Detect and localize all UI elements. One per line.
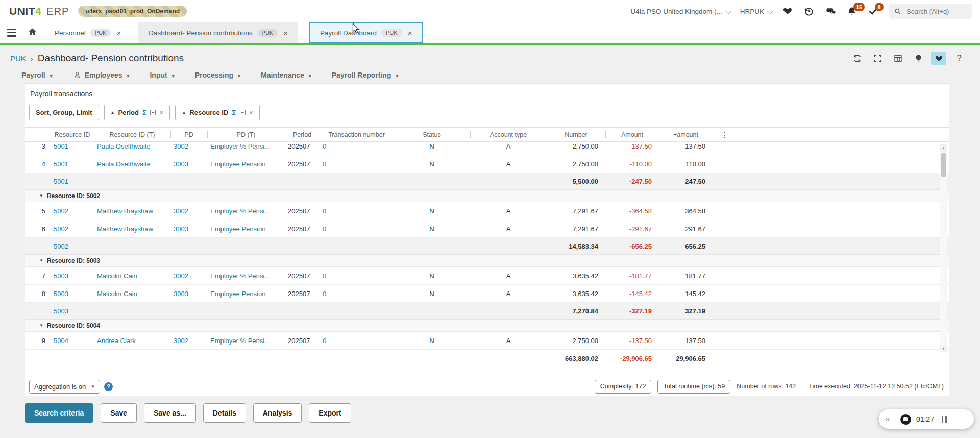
- cell-pd-t[interactable]: Employer % Pensi...: [207, 337, 285, 345]
- cell-transaction-number[interactable]: 0: [320, 160, 394, 168]
- close-icon[interactable]: ×: [408, 29, 412, 37]
- refresh-icon[interactable]: [849, 52, 865, 65]
- column-header-transaction-number[interactable]: Transaction number: [320, 128, 394, 141]
- column-header-period[interactable]: Period: [285, 128, 320, 141]
- column-header-amount[interactable]: Amount: [605, 128, 659, 141]
- cell-transaction-number[interactable]: 0: [320, 225, 394, 233]
- analysis-button[interactable]: Analysis: [253, 403, 302, 423]
- cell-transaction-number[interactable]: 0: [320, 290, 394, 298]
- menu-payroll[interactable]: Payroll▼: [21, 71, 54, 79]
- cell-resource-name[interactable]: Paula Oselthwaite: [94, 142, 170, 150]
- close-icon[interactable]: ×: [116, 29, 121, 37]
- cell-pd[interactable]: 3002: [170, 337, 207, 345]
- cell-resource-id[interactable]: 5003: [51, 272, 94, 280]
- fullscreen-icon[interactable]: [870, 52, 885, 65]
- sort-group-limit-button[interactable]: Sort, Group, Limit: [29, 105, 99, 120]
- group-row[interactable]: ▼Resource ID: 5002: [25, 190, 949, 202]
- search-input[interactable]: [905, 7, 967, 16]
- cell-pd[interactable]: 3002: [170, 142, 207, 150]
- close-icon[interactable]: ×: [249, 109, 253, 117]
- collapse-group-icon[interactable]: −: [240, 110, 246, 115]
- cell-pd[interactable]: 3002: [170, 272, 207, 280]
- cell-pd-t[interactable]: Employer % Pensi...: [207, 207, 285, 215]
- column-header-account-type[interactable]: Account type: [470, 128, 547, 141]
- pause-recording-button[interactable]: [942, 416, 947, 423]
- cell-transaction-number[interactable]: 0: [320, 207, 394, 215]
- menu-processing[interactable]: Processing▼: [195, 71, 241, 79]
- global-search[interactable]: [889, 4, 972, 19]
- tasks-check-icon[interactable]: 8: [868, 6, 879, 17]
- cell-pd-t[interactable]: Employer % Pensi...: [207, 142, 285, 150]
- menu-maintenance[interactable]: Maintenance▼: [261, 71, 312, 79]
- cell-pd[interactable]: 3003: [170, 225, 207, 233]
- vertical-scrollbar[interactable]: ▲ ▼: [940, 144, 947, 352]
- column-header-status[interactable]: Status: [394, 128, 470, 141]
- help-icon[interactable]: ?: [951, 52, 967, 65]
- tab-dashboard-pension-contributions[interactable]: Dashboard- Pension contributions PUK ×: [138, 22, 298, 43]
- collapse-group-caret-icon[interactable]: ▼: [39, 193, 43, 198]
- collapse-group-caret-icon[interactable]: ▼: [39, 258, 43, 263]
- column-header-resource-id[interactable]: Resource ID: [51, 128, 94, 141]
- cell-resource-id[interactable]: 5003: [51, 290, 94, 298]
- cell-pd[interactable]: 3003: [170, 160, 207, 168]
- collapse-group-caret-icon[interactable]: ▼: [39, 323, 43, 328]
- save-button[interactable]: Save: [101, 403, 137, 423]
- aggregation-help-icon[interactable]: ?: [104, 382, 113, 391]
- close-icon[interactable]: ×: [159, 109, 163, 117]
- columns-icon[interactable]: [890, 52, 905, 65]
- export-button[interactable]: Export: [309, 403, 351, 423]
- cell-resource-name[interactable]: Malcolm Cain: [94, 272, 170, 280]
- lightbulb-icon[interactable]: [911, 52, 926, 65]
- scroll-up-arrow[interactable]: ▲: [940, 144, 947, 152]
- details-button[interactable]: Details: [203, 403, 246, 423]
- column-header--amount[interactable]: +amount: [659, 128, 713, 141]
- cell-resource-id[interactable]: 5001: [51, 142, 94, 150]
- cell-resource-id[interactable]: 5003: [51, 307, 94, 315]
- menu-input[interactable]: Input▼: [150, 71, 175, 79]
- cell-transaction-number[interactable]: 0: [320, 272, 394, 280]
- group-row[interactable]: ▼Resource ID: 5003: [25, 255, 949, 267]
- cell-pd-t[interactable]: Employee Pension: [207, 160, 285, 168]
- table-row[interactable]: 65002Matthew Brayshaw3003Employee Pensio…: [25, 220, 949, 238]
- favourites-icon[interactable]: [782, 6, 793, 17]
- table-row[interactable]: 95004Andrea Clark3002Employer % Pensi...…: [25, 332, 949, 350]
- table-row[interactable]: 75003Malcolm Cain3002Employer % Pensi...…: [25, 267, 949, 285]
- aggregation-select[interactable]: Aggregation is on▼: [29, 380, 100, 394]
- search-criteria-button[interactable]: Search criteria: [24, 403, 93, 423]
- cell-pd[interactable]: 3002: [170, 207, 207, 215]
- collapse-group-icon[interactable]: −: [150, 110, 156, 115]
- menu-employees[interactable]: Employees▼: [73, 71, 131, 79]
- home-icon[interactable]: [28, 27, 37, 39]
- cell-resource-id[interactable]: 5002: [51, 225, 94, 233]
- user-selector[interactable]: HRPUK: [740, 8, 772, 15]
- collapse-recorder-icon[interactable]: »: [885, 415, 890, 424]
- cell-transaction-number[interactable]: 0: [320, 142, 394, 150]
- cell-resource-name[interactable]: Matthew Brayshaw: [94, 225, 170, 233]
- group-row[interactable]: ▼Resource ID: 5004: [25, 320, 949, 332]
- cell-resource-name[interactable]: Andrea Clark: [94, 337, 170, 345]
- client-selector[interactable]: U4ia PSO United Kingdom (...: [630, 8, 729, 15]
- tab-personnel[interactable]: Personnel PUK ×: [44, 22, 131, 43]
- cell-transaction-number[interactable]: 0: [320, 337, 394, 345]
- save-as-button[interactable]: Save as...: [144, 403, 196, 423]
- breadcrumb-root-link[interactable]: PUK: [10, 54, 26, 63]
- column-header-number[interactable]: Number: [547, 128, 605, 141]
- column-menu-icon[interactable]: ⋮: [713, 128, 737, 141]
- cell-pd-t[interactable]: Employee Pension: [207, 225, 285, 233]
- table-row[interactable]: 55002Matthew Brayshaw3002Employer % Pens…: [25, 202, 949, 220]
- cell-resource-name[interactable]: Paula Oselthwaite: [94, 160, 170, 168]
- column-header-resource-id-t-[interactable]: Resource ID (T): [94, 128, 170, 141]
- table-row[interactable]: 45001Paula Oselthwaite3003Employee Pensi…: [25, 155, 949, 173]
- cell-resource-name[interactable]: Matthew Brayshaw: [94, 207, 170, 215]
- notifications-bell-icon[interactable]: 15: [846, 6, 857, 17]
- stop-recording-button[interactable]: [900, 414, 911, 425]
- history-icon[interactable]: [803, 6, 815, 17]
- table-row[interactable]: 35001Paula Oselthwaite3002Employer % Pen…: [25, 142, 949, 155]
- column-header-pd[interactable]: PD: [170, 128, 207, 141]
- scrollbar-thumb[interactable]: [941, 153, 946, 177]
- tab-payroll-dashboard[interactable]: Payroll Dashboard PUK ×: [309, 22, 423, 43]
- sum-icon[interactable]: Σ: [142, 109, 146, 117]
- close-icon[interactable]: ×: [283, 29, 288, 37]
- cell-pd[interactable]: 3003: [170, 290, 207, 298]
- menu-payroll-reporting[interactable]: Payroll Reporting▼: [332, 71, 400, 79]
